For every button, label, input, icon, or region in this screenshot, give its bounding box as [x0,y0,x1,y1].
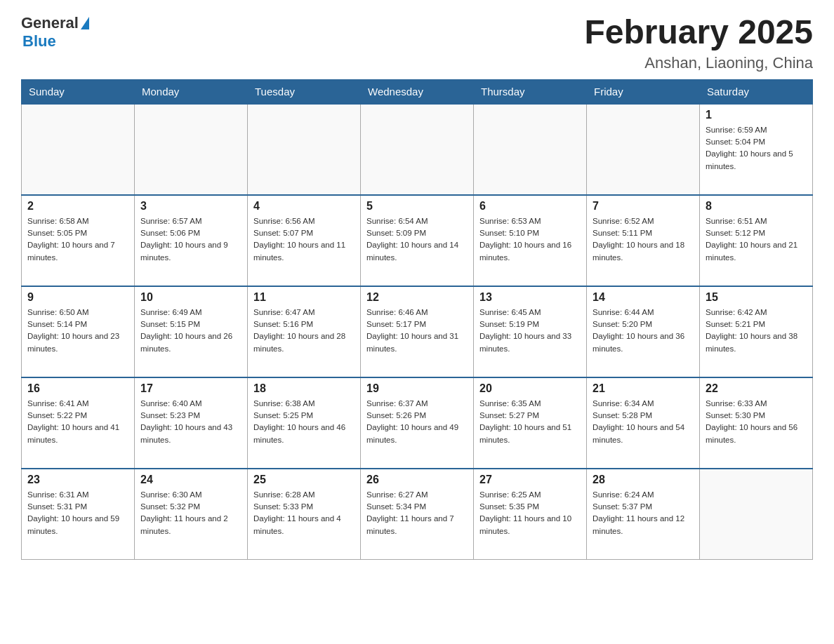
day-number: 28 [593,474,694,486]
day-number: 2 [27,200,128,213]
day-info: Sunrise: 6:51 AMSunset: 5:12 PMDaylight:… [706,215,807,264]
calendar-week-row: 23Sunrise: 6:31 AMSunset: 5:31 PMDayligh… [22,469,813,560]
day-number: 15 [706,291,807,304]
calendar-day-cell: 5Sunrise: 6:54 AMSunset: 5:09 PMDaylight… [361,195,474,286]
day-info: Sunrise: 6:47 AMSunset: 5:16 PMDaylight:… [253,307,355,355]
calendar-day-cell [587,104,700,195]
calendar-day-cell [700,469,813,560]
title-area: February 2025 Anshan, Liaoning, China [584,14,813,72]
day-info: Sunrise: 6:40 AMSunset: 5:23 PMDaylight:… [140,398,241,446]
calendar-day-cell: 18Sunrise: 6:38 AMSunset: 5:25 PMDayligh… [248,377,361,469]
day-info: Sunrise: 6:54 AMSunset: 5:09 PMDaylight:… [366,215,468,264]
calendar-day-cell: 9Sunrise: 6:50 AMSunset: 5:14 PMDaylight… [22,286,135,377]
day-info: Sunrise: 6:46 AMSunset: 5:17 PMDaylight:… [366,307,468,355]
day-number: 16 [27,382,128,395]
day-number: 5 [366,200,468,213]
calendar-day-cell: 3Sunrise: 6:57 AMSunset: 5:06 PMDaylight… [135,195,248,286]
day-number: 14 [593,291,694,304]
calendar-day-cell: 11Sunrise: 6:47 AMSunset: 5:16 PMDayligh… [248,286,361,377]
calendar-day-cell: 17Sunrise: 6:40 AMSunset: 5:23 PMDayligh… [135,377,248,469]
calendar-day-cell: 20Sunrise: 6:35 AMSunset: 5:27 PMDayligh… [474,377,587,469]
calendar-day-cell: 13Sunrise: 6:45 AMSunset: 5:19 PMDayligh… [474,286,587,377]
day-info: Sunrise: 6:33 AMSunset: 5:30 PMDaylight:… [706,398,807,446]
day-of-week-header: Sunday [22,79,135,104]
calendar-table: SundayMondayTuesdayWednesdayThursdayFrid… [21,79,813,561]
day-number: 18 [253,382,355,395]
day-number: 22 [706,382,807,395]
day-info: Sunrise: 6:24 AMSunset: 5:37 PMDaylight:… [593,489,694,537]
day-number: 11 [253,291,355,304]
calendar-day-cell: 15Sunrise: 6:42 AMSunset: 5:21 PMDayligh… [700,286,813,377]
calendar-week-row: 2Sunrise: 6:58 AMSunset: 5:05 PMDaylight… [22,195,813,286]
calendar-day-cell: 21Sunrise: 6:34 AMSunset: 5:28 PMDayligh… [587,377,700,469]
day-of-week-header: Thursday [474,79,587,104]
calendar-day-cell: 10Sunrise: 6:49 AMSunset: 5:15 PMDayligh… [135,286,248,377]
calendar-day-cell [248,104,361,195]
calendar-day-cell: 16Sunrise: 6:41 AMSunset: 5:22 PMDayligh… [22,377,135,469]
day-number: 3 [140,200,241,213]
calendar-day-cell: 24Sunrise: 6:30 AMSunset: 5:32 PMDayligh… [135,469,248,560]
day-info: Sunrise: 6:58 AMSunset: 5:05 PMDaylight:… [27,215,128,264]
day-number: 12 [366,291,468,304]
day-info: Sunrise: 6:35 AMSunset: 5:27 PMDaylight:… [479,398,581,446]
calendar-day-cell: 25Sunrise: 6:28 AMSunset: 5:33 PMDayligh… [248,469,361,560]
calendar-week-row: 16Sunrise: 6:41 AMSunset: 5:22 PMDayligh… [22,377,813,469]
calendar-day-cell [474,104,587,195]
calendar-day-cell [22,104,135,195]
calendar-day-cell: 2Sunrise: 6:58 AMSunset: 5:05 PMDaylight… [22,195,135,286]
day-info: Sunrise: 6:41 AMSunset: 5:22 PMDaylight:… [27,398,128,446]
calendar-day-cell [135,104,248,195]
calendar-day-cell: 28Sunrise: 6:24 AMSunset: 5:37 PMDayligh… [587,469,700,560]
day-number: 1 [706,109,807,121]
calendar-day-cell: 26Sunrise: 6:27 AMSunset: 5:34 PMDayligh… [361,469,474,560]
calendar-day-cell: 22Sunrise: 6:33 AMSunset: 5:30 PMDayligh… [700,377,813,469]
calendar-day-cell: 23Sunrise: 6:31 AMSunset: 5:31 PMDayligh… [22,469,135,560]
day-info: Sunrise: 6:31 AMSunset: 5:31 PMDaylight:… [27,489,128,537]
day-of-week-header: Monday [135,79,248,104]
logo: General Blue [21,14,89,51]
day-info: Sunrise: 6:34 AMSunset: 5:28 PMDaylight:… [593,398,694,446]
day-info: Sunrise: 6:50 AMSunset: 5:14 PMDaylight:… [27,307,128,355]
calendar-day-cell: 7Sunrise: 6:52 AMSunset: 5:11 PMDaylight… [587,195,700,286]
calendar-day-cell: 19Sunrise: 6:37 AMSunset: 5:26 PMDayligh… [361,377,474,469]
calendar-week-row: 1Sunrise: 6:59 AMSunset: 5:04 PMDaylight… [22,104,813,195]
day-info: Sunrise: 6:37 AMSunset: 5:26 PMDaylight:… [366,398,468,446]
day-number: 7 [593,200,694,213]
day-info: Sunrise: 6:57 AMSunset: 5:06 PMDaylight:… [140,215,241,264]
day-info: Sunrise: 6:53 AMSunset: 5:10 PMDaylight:… [479,215,581,264]
calendar-day-cell: 6Sunrise: 6:53 AMSunset: 5:10 PMDaylight… [474,195,587,286]
day-number: 27 [479,474,581,486]
day-of-week-header: Wednesday [361,79,474,104]
calendar-day-cell: 14Sunrise: 6:44 AMSunset: 5:20 PMDayligh… [587,286,700,377]
day-info: Sunrise: 6:52 AMSunset: 5:11 PMDaylight:… [593,215,694,264]
logo-blue-text: Blue [22,32,56,51]
day-number: 10 [140,291,241,304]
day-info: Sunrise: 6:59 AMSunset: 5:04 PMDaylight:… [706,124,807,173]
calendar-title: February 2025 [584,14,813,51]
calendar-subtitle: Anshan, Liaoning, China [584,54,813,72]
day-info: Sunrise: 6:44 AMSunset: 5:20 PMDaylight:… [593,307,694,355]
day-info: Sunrise: 6:49 AMSunset: 5:15 PMDaylight:… [140,307,241,355]
calendar-week-row: 9Sunrise: 6:50 AMSunset: 5:14 PMDaylight… [22,286,813,377]
day-number: 23 [27,474,128,486]
day-info: Sunrise: 6:38 AMSunset: 5:25 PMDaylight:… [253,398,355,446]
day-number: 13 [479,291,581,304]
calendar-day-cell: 1Sunrise: 6:59 AMSunset: 5:04 PMDaylight… [700,104,813,195]
day-info: Sunrise: 6:25 AMSunset: 5:35 PMDaylight:… [479,489,581,537]
day-number: 17 [140,382,241,395]
calendar-day-cell [361,104,474,195]
day-number: 19 [366,382,468,395]
day-number: 25 [253,474,355,486]
day-of-week-header: Friday [587,79,700,104]
day-number: 20 [479,382,581,395]
logo-arrow-icon [81,17,89,29]
day-number: 8 [706,200,807,213]
day-of-week-header: Tuesday [248,79,361,104]
calendar-day-cell: 4Sunrise: 6:56 AMSunset: 5:07 PMDaylight… [248,195,361,286]
day-number: 6 [479,200,581,213]
day-number: 9 [27,291,128,304]
day-info: Sunrise: 6:28 AMSunset: 5:33 PMDaylight:… [253,489,355,537]
page-header: General Blue February 2025 Anshan, Liaon… [21,14,813,72]
day-info: Sunrise: 6:42 AMSunset: 5:21 PMDaylight:… [706,307,807,355]
day-info: Sunrise: 6:27 AMSunset: 5:34 PMDaylight:… [366,489,468,537]
